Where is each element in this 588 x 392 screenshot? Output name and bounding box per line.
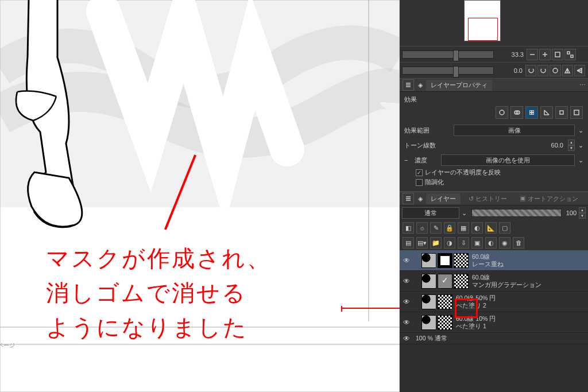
fit-screen-button[interactable] [552, 49, 563, 60]
visibility-toggle[interactable]: 👁 [401, 257, 412, 265]
layer-thumbnail[interactable] [421, 294, 436, 309]
new-correction-button[interactable]: ◑ [444, 237, 455, 249]
visibility-toggle[interactable]: 👁 [401, 319, 412, 327]
visibility-toggle[interactable]: 👁 [401, 277, 412, 285]
layer-row[interactable]: 👁 100 % 通常 [400, 333, 588, 344]
draft-layer-icon[interactable]: ✎ [430, 222, 442, 234]
annotation-line-2: 消しゴムで消せる [46, 275, 368, 310]
rotate-slider[interactable] [402, 67, 494, 75]
navigator-panel [400, 0, 588, 46]
tone-thumbnail[interactable] [454, 253, 469, 268]
layer-property-body: 効果 効果範囲 画像 ⌄ トーン線数 60.0 ▲▼ ⌄ − 濃度 画像の色を使… [400, 92, 588, 191]
opacity-stepper[interactable]: ▲▼ [579, 207, 586, 219]
zoom-out-button[interactable] [527, 49, 538, 60]
delete-layer-button[interactable]: 🗑 [513, 237, 524, 249]
navigator-thumbnail[interactable] [464, 0, 501, 41]
ruler-icon[interactable]: 📐 [485, 222, 497, 234]
lock-icon[interactable]: 🔒 [444, 222, 455, 234]
zoom-slider[interactable] [402, 51, 494, 59]
reference-layer-icon[interactable]: ☼ [416, 222, 428, 234]
svg-rect-8 [555, 52, 560, 57]
tab-history[interactable]: ↺ ヒストリー [464, 193, 512, 204]
layer-name[interactable]: 100 % 通常 [413, 335, 587, 342]
zoom-controls: 33.3 [400, 46, 588, 62]
layer-row[interactable]: 👁 60.0線 10% 円 べた塗り 1 [400, 312, 588, 333]
posterize-checkbox[interactable]: 階調化 [416, 178, 583, 187]
posterize-label: 階調化 [425, 178, 444, 187]
reflect-opacity-checkbox[interactable]: ✓ レイヤーの不透明度を反映 [416, 168, 583, 177]
layers-tabbar: ◈ レイヤー ↺ ヒストリー ▣ オートアクション [400, 192, 588, 205]
layer-row[interactable]: 👁 60.0線 マンガ用グラデーション [400, 271, 588, 292]
rotate-right-button[interactable] [537, 65, 548, 76]
zoom-in-button[interactable] [539, 49, 551, 60]
opacity-slider[interactable] [471, 209, 562, 217]
collapse-icon[interactable]: − [404, 157, 411, 164]
layer-row[interactable]: 👁 60.0線 レース重ね [400, 250, 588, 271]
tone-lines-value[interactable]: 60.0 [533, 142, 564, 149]
effect-extract-icon[interactable] [555, 106, 568, 119]
effect-scope-label: 効果範囲 [404, 126, 450, 135]
annotation-text: マスクが作成され、 消しゴムで消せる ようになりました [46, 241, 368, 344]
layers-icon: ◈ [418, 195, 423, 203]
effect-tone-icon[interactable] [525, 106, 538, 119]
flip-horizontal-button[interactable] [562, 65, 573, 76]
annotation-line-3: ようになりました [46, 310, 368, 344]
panel-menu-icon[interactable] [403, 79, 414, 91]
effect-heading: 効果 [404, 95, 583, 104]
checkbox-unchecked-icon [416, 179, 423, 186]
chevron-down-icon[interactable]: ⌄ [578, 127, 583, 134]
layer-name[interactable]: 60.0線 マンガ用グラデーション [470, 274, 587, 288]
add-mask-button[interactable]: ◐ [485, 237, 497, 249]
layer-flags-row: ◧ ☼ ✎ 🔒 ▦ ◐ 📐 ▢ [400, 220, 588, 235]
tone-thumbnail[interactable] [438, 315, 452, 330]
layer-row[interactable]: 👁 60.0線 50% 円 べた塗り 2 [400, 292, 588, 312]
effect-scope-dropdown[interactable]: 画像 [454, 125, 575, 136]
new-layer-menu-button[interactable]: ▤▾ [416, 237, 428, 249]
chevron-down-icon[interactable]: ⌄ [462, 209, 467, 217]
merge-down-button[interactable]: ▣ [471, 237, 483, 249]
layer-thumbnail[interactable] [421, 274, 436, 289]
layer-color-icon[interactable]: ▢ [499, 222, 510, 234]
layer-thumbnail[interactable] [421, 315, 436, 330]
blend-mode-dropdown[interactable]: 通常 [402, 207, 459, 219]
mask-enable-icon[interactable]: ◐ [471, 222, 483, 234]
lock-transparent-icon[interactable]: ▦ [458, 222, 469, 234]
panel-more-icon[interactable]: ⋯ [579, 81, 586, 89]
tone-lines-stepper[interactable]: ▲▼ [568, 139, 575, 151]
layer-name[interactable]: 60.0線 レース重ね [470, 253, 587, 267]
flip-vertical-button[interactable] [574, 65, 585, 76]
reset-rotate-button[interactable] [550, 65, 560, 76]
effect-reduce-icon[interactable] [540, 106, 553, 119]
clip-mask-icon[interactable]: ◧ [403, 222, 414, 234]
tab-autoaction[interactable]: ▣ オートアクション [515, 193, 583, 204]
tab-layers[interactable]: レイヤー [426, 193, 461, 204]
density-label: 濃度 [415, 156, 438, 165]
effect-color-icon[interactable] [570, 106, 583, 119]
density-dropdown[interactable]: 画像の色を使用 [441, 154, 575, 166]
mask-thumbnail[interactable] [438, 253, 452, 268]
chevron-down-icon[interactable]: ⌄ [578, 157, 583, 164]
apply-mask-button[interactable]: ◉ [499, 237, 510, 249]
new-layer-button[interactable]: ▤ [403, 237, 414, 249]
tone-thumbnail[interactable] [454, 274, 469, 289]
chevron-down-icon[interactable]: ⌄ [578, 142, 583, 149]
new-folder-button[interactable]: 📁 [430, 237, 442, 249]
effect-overlay-icon[interactable] [510, 106, 523, 119]
transfer-down-button[interactable]: ⇩ [458, 237, 469, 249]
tone-thumbnail[interactable] [438, 294, 452, 309]
svg-point-20 [532, 111, 533, 112]
visibility-toggle[interactable]: 👁 [401, 335, 412, 343]
layer-thumbnail[interactable] [421, 253, 436, 268]
panel-menu-icon[interactable] [403, 193, 414, 204]
svg-rect-10 [571, 55, 573, 57]
effect-border-icon[interactable] [496, 106, 508, 119]
svg-rect-24 [574, 110, 579, 115]
svg-rect-18 [529, 110, 534, 115]
rotate-left-button[interactable] [525, 65, 536, 76]
visibility-toggle[interactable]: 👁 [401, 298, 412, 306]
svg-point-22 [532, 113, 533, 114]
tab-layer-property[interactable]: レイヤープロパティ [426, 80, 492, 91]
swap-view-button[interactable] [564, 49, 576, 60]
reflect-opacity-label: レイヤーの不透明度を反映 [425, 168, 501, 177]
mask-thumbnail[interactable] [438, 274, 452, 289]
